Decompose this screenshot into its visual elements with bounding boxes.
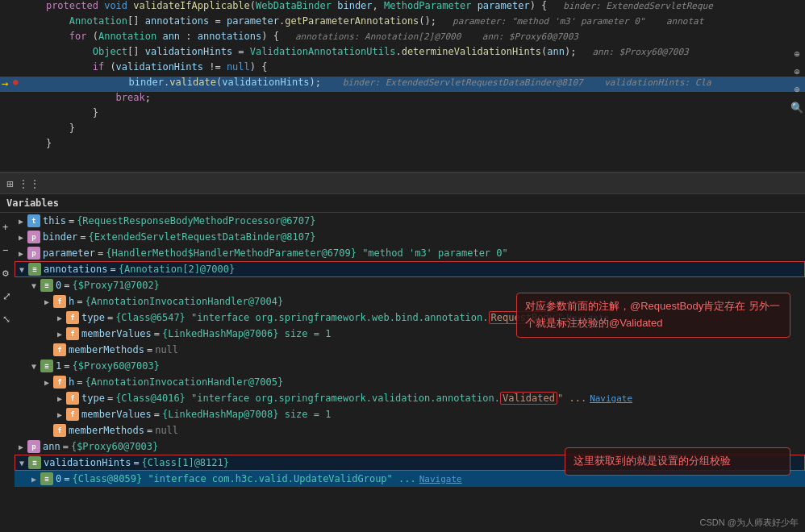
code-line-3: for (Annotation ann : annotations) {anno… [0,31,805,46]
add-watch-icon[interactable]: + [2,222,11,233]
var-name-ann1-membervalues: memberValues [81,409,152,420]
var-row-this[interactable]: ▶ t this = {RequestResponseBodyMethodPro… [15,213,805,229]
expand-binder[interactable]: ▶ [15,233,27,242]
var-row-ann0-membermethods[interactable]: f memberMethods = null [15,342,805,358]
var-value-ann1-membermethods: null [155,425,178,436]
icon-ann0: ≡ [40,279,53,292]
expand-ann0-h[interactable]: ▶ [40,297,53,306]
navigate-link-validated[interactable]: Navigate [590,393,632,404]
side-icon-3[interactable]: ⊕ [794,84,799,95]
expand-parameter[interactable]: ▶ [15,249,27,258]
grid-icon[interactable]: ⊞ [6,177,13,190]
var-row-ann0-h[interactable]: ▶ f h = {AnnotationInvocationHandler@700… [15,293,805,310]
left-debug-icons: + − ⚙ ⤢ ⤡ [0,215,14,331]
expand-annotations[interactable]: ▼ [15,265,28,274]
remove-watch-icon[interactable]: − [2,244,11,256]
var-value-validationhints: {Class[1]@8121} [142,457,229,468]
navigate-link-vh0[interactable]: Navigate [419,474,462,484]
icon-ann1-type: f [66,392,79,405]
var-value-ann1: {$Proxy60@7003} [72,360,159,372]
var-row-parameter[interactable]: ▶ p parameter = {HandlerMethod$HandlerMe… [15,245,805,261]
expand-ann1-h[interactable]: ▶ [40,378,53,387]
expand-all-icon[interactable]: ⤢ [2,290,11,302]
code-line-5: if (validationHints != null) { [0,61,805,77]
icon-ann1-membermethods: f [53,424,66,437]
search-icon[interactable]: 🔍 [790,102,803,114]
line-content-3: for (Annotation ann : annotations) {anno… [19,31,805,42]
var-name-ann0-membermethods: memberMethods [69,344,144,355]
icon-validationhints: ≡ [28,456,41,469]
side-icon-1[interactable]: ⊕ [794,48,799,60]
icon-ann: p [27,440,40,453]
var-name-validationhints: validationHints [44,457,131,468]
debug-toolbar: ⊞ ⋮⋮ [0,173,805,194]
line-content-4: Object[] validationHints = ValidationAnn… [19,46,805,57]
icon-ann1: ≡ [40,360,53,372]
line-content-6: binder.validate(validationHints); binder… [19,77,805,88]
var-value-ann0-membermethods: null [155,344,178,355]
requestbody-highlight: RequestBody [489,311,557,324]
var-row-ann1-type[interactable]: ▶ f type = {Class@4016} "interface org.s… [15,390,805,406]
var-value-ann0-type: {Class@6547} "interface org.springframew… [115,312,488,323]
var-name-ann0-membervalues: memberValues [81,328,152,339]
collapse-all-icon[interactable]: ⤡ [2,314,11,325]
var-value-this: {RequestResponseBodyMethodProcessor@6707… [77,215,315,227]
var-row-ann0-membervalues[interactable]: ▶ f memberValues = {LinkedHashMap@7006} … [15,326,805,342]
var-row-binder[interactable]: ▶ p binder = {ExtendedServletRequestData… [15,229,805,245]
expand-ann0-membervalues[interactable]: ▶ [53,330,66,339]
var-row-validationhints[interactable]: ▼ ≡ validationHints = {Class[1]@8121} [15,455,805,471]
var-name-ann: ann [43,441,60,452]
var-row-ann0[interactable]: ▼ ≡ 0 = {$Proxy71@7002} [15,277,805,293]
var-row-ann[interactable]: ▶ p ann = {$Proxy60@7003} [15,438,805,455]
expand-ann1[interactable]: ▼ [27,362,40,371]
side-icons: ⊕ ⊕ ⊕ 🔍 [789,0,805,114]
var-value-ann1-membervalues: {LinkedHashMap@7008} size = 1 [162,409,332,420]
var-row-vh0[interactable]: ▶ ≡ 0 = {Class@8059} "interface com.h3c.… [15,471,805,487]
var-value-ann: {$Proxy60@7003} [71,441,158,452]
var-row-ann1[interactable]: ▼ ≡ 1 = {$Proxy60@7003} [15,358,805,374]
expand-vh0[interactable]: ▶ [27,475,40,484]
columns-icon[interactable]: ⋮⋮ [18,177,40,190]
var-row-annotations[interactable]: ▼ ≡ annotations = {Annotation[2]@7000} [15,261,805,277]
line-content-1: protected void validateIfApplicable(WebD… [19,0,805,11]
line-content-9: } [19,123,805,134]
validated-highlight: Validated [500,392,557,405]
icon-annotations: ≡ [28,263,41,276]
var-value-vh0: {Class@8059} "interface com.h3c.valid.Up… [72,473,415,484]
expand-ann1-type[interactable]: ▶ [53,394,66,403]
expand-validationhints[interactable]: ▼ [15,459,28,468]
var-value-parameter: {HandlerMethod$HandlerMethodParameter@67… [106,247,508,259]
expand-ann[interactable]: ▶ [15,443,27,451]
code-line-1: protected void validateIfApplicable(WebD… [0,0,805,15]
var-name-binder: binder [43,231,77,243]
code-line-4: Object[] validationHints = ValidationAnn… [0,46,805,61]
var-row-ann1-membermethods[interactable]: f memberMethods = null [15,422,805,438]
line-content-2: Annotation[] annotations = parameter.get… [19,15,805,27]
var-name-ann1-membermethods: memberMethods [69,425,144,436]
arrow-indicator: → [2,77,8,89]
settings-icon[interactable]: ⚙ [2,267,11,279]
icon-vh0: ≡ [40,472,53,485]
variables-label: Variables [6,197,59,209]
var-name-ann0-h: h [69,296,74,307]
var-value-ann0: {$Proxy71@7002} [72,280,159,291]
expand-ann0-type[interactable]: ▶ [53,314,66,322]
var-name-ann0: 0 [56,280,61,291]
variables-header: Variables [0,194,805,213]
icon-ann0-h: f [53,295,66,308]
expand-ann1-membervalues[interactable]: ▶ [53,410,66,419]
var-name-ann1-h: h [69,376,74,388]
var-name-vh0: 0 [56,473,61,484]
var-row-ann1-h[interactable]: ▶ f h = {AnnotationInvocationHandler@700… [15,374,805,390]
var-value-ann0-membervalues: {LinkedHashMap@7006} size = 1 [162,328,332,339]
navigate-link-requestbody[interactable]: Navigate [566,313,609,323]
line-content-5: if (validationHints != null) { [19,61,805,73]
variable-tree: ▶ t this = {RequestResponseBodyMethodPro… [0,213,805,527]
expand-this[interactable]: ▶ [15,217,27,226]
var-row-ann0-type[interactable]: ▶ f type = {Class@6547} "interface org.s… [15,310,805,326]
var-name-ann1-type: type [81,393,105,404]
breakpoint-dot: ● [13,77,19,87]
side-icon-2[interactable]: ⊕ [794,66,799,77]
var-row-ann1-membervalues[interactable]: ▶ f memberValues = {LinkedHashMap@7008} … [15,406,805,422]
expand-ann0[interactable]: ▼ [27,281,40,290]
